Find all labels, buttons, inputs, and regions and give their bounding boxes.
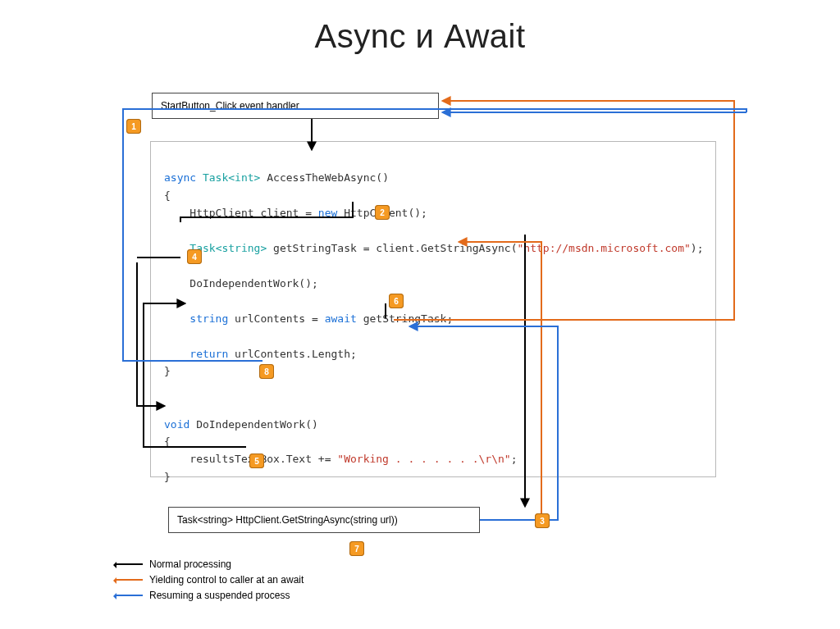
line-doindependent: DoIndependentWork(); <box>164 277 318 289</box>
line-return-b: urlContents.Length; <box>228 348 357 360</box>
str-url: "http://msdn.microsoft.com" <box>518 242 691 254</box>
line-results-b: ; <box>511 453 518 465</box>
legend-yield-label: Yielding control to caller at an await <box>149 573 304 587</box>
step-6: 6 <box>389 294 404 308</box>
legend-normal: Normal processing <box>115 558 304 572</box>
kw-void: void <box>164 418 189 431</box>
step-8: 8 <box>259 364 274 379</box>
step-2: 2 <box>375 205 390 220</box>
legend-resume-label: Resuming a suspended process <box>149 589 290 603</box>
legend-orange-icon <box>115 579 143 581</box>
kw-async: async <box>164 171 196 184</box>
legend-resume: Resuming a suspended process <box>115 589 304 603</box>
typ-int: <int> <box>228 171 260 184</box>
brace-close-2: } <box>164 471 171 483</box>
typ-string: <string> <box>216 242 267 254</box>
httpclient-box: Task<string> HttpClient.GetStringAsync(s… <box>168 507 480 533</box>
step-3: 3 <box>535 513 550 528</box>
kw-return: return <box>164 348 228 360</box>
legend-black-icon <box>115 563 143 565</box>
line-getstring-b: getStringTask = client.GetStringAsync( <box>267 242 517 254</box>
kw-await: await <box>325 312 357 325</box>
fn-doindependent: DoIndependentWork() <box>189 418 318 431</box>
brace-close-1: } <box>164 365 171 377</box>
step-4: 4 <box>187 249 202 264</box>
kw-new: new <box>318 207 337 219</box>
typ-task: Task <box>203 171 228 184</box>
brace-open-2: { <box>164 435 171 448</box>
step-5: 5 <box>249 454 264 468</box>
page-title: Async и Await <box>0 18 840 55</box>
step-7: 7 <box>349 541 364 556</box>
brace-open-1: { <box>164 189 171 202</box>
line-urlcontents-d: getStringTask; <box>357 312 453 325</box>
step-1: 1 <box>126 119 141 134</box>
legend-blue-icon <box>115 595 143 596</box>
httpclient-label: Task<string> HttpClient.GetStringAsync(s… <box>177 514 398 526</box>
legend: Normal processing Yielding control to ca… <box>115 558 304 604</box>
code-box: async Task<int> AccessTheWebAsync() { Ht… <box>150 141 716 477</box>
event-handler-label: StartButton_Click event handler <box>161 100 299 112</box>
line-urlcontents-b: urlContents = <box>228 312 324 325</box>
event-handler-box: StartButton_Click event handler <box>152 93 439 119</box>
line-getstring-d: ); <box>691 242 704 254</box>
str-working: "Working . . . . . . .\r\n" <box>337 453 510 465</box>
line-httpclient-a: HttpClient client = <box>164 207 318 219</box>
kw-string: string <box>164 312 228 325</box>
fn-name: AccessTheWebAsync() <box>260 171 389 184</box>
legend-yield: Yielding control to caller at an await <box>115 573 304 587</box>
legend-normal-label: Normal processing <box>149 558 231 572</box>
